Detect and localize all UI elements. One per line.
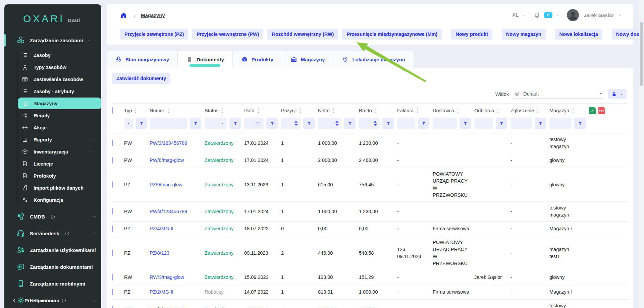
column-menu-icon[interactable] xyxy=(135,108,137,114)
sidebar-item-licencje[interactable]: Licencje xyxy=(4,158,101,170)
filter-funnel-button[interactable] xyxy=(460,118,471,129)
sidebar-section-zarzadzanie-dokumentami[interactable]: Zarządzanie dokumentami xyxy=(4,258,101,275)
sidebar-item-protokoly[interactable]: Protokoły xyxy=(4,170,101,182)
view-select[interactable]: Default xyxy=(514,89,603,99)
filter-input-odbiorca[interactable] xyxy=(474,118,493,129)
tab-dokumenty[interactable]: Dokumenty xyxy=(178,51,233,68)
sidebar-section-zarzadzanie-uzytkownikami[interactable]: Zarządzanie użytkownikami xyxy=(4,242,101,258)
column-menu-icon[interactable] xyxy=(497,108,499,114)
filter-input-data[interactable] xyxy=(244,118,264,129)
chevron-down-icon[interactable] xyxy=(618,13,621,17)
filter-input-status[interactable] xyxy=(205,118,227,129)
sidebar-item-zasoby-atrybuty[interactable]: Zasoby - atrybuty xyxy=(4,85,101,97)
sidebar-item-zestawienia-zasobow[interactable]: Zestawienia zasobów xyxy=(4,73,101,85)
filter-input-brutto[interactable] xyxy=(359,118,380,129)
chevron-down-icon[interactable] xyxy=(522,13,526,17)
filter-input-faktura[interactable] xyxy=(397,118,415,129)
filter-funnel-button[interactable] xyxy=(136,118,147,129)
row-checkbox[interactable] xyxy=(112,226,113,232)
filter-input-zgloszenie[interactable] xyxy=(511,118,532,129)
sidebar-item-import-plikow-danych[interactable]: Import plików danych xyxy=(4,182,101,194)
cell-numer[interactable]: PW/2/123456789 xyxy=(150,140,205,147)
filter-input-pozycji[interactable] xyxy=(281,118,301,129)
bell-icon[interactable] xyxy=(534,12,541,19)
lock-view-button[interactable] xyxy=(608,89,627,99)
cell-numer[interactable]: PZ/2/MG-II xyxy=(150,289,205,296)
cell-numer[interactable]: PZ/4/MG-II xyxy=(150,225,205,232)
filter-funnel-button[interactable] xyxy=(303,118,315,129)
row-checkbox[interactable] xyxy=(112,289,113,295)
user-name[interactable]: Jarek Gąsior xyxy=(584,12,614,18)
filter-input-dostawca[interactable] xyxy=(433,118,457,129)
action-button-nowa-lokalizacja[interactable]: Nowa lokalizacja xyxy=(555,29,602,40)
cell-numer[interactable]: PZ/8/123 xyxy=(150,250,205,257)
tab-magazyny[interactable]: Magazyny xyxy=(282,51,334,68)
sidebar-item-typy-zasobow[interactable]: Typy zasobów xyxy=(4,61,101,73)
number-stepper[interactable] xyxy=(373,120,377,126)
home-icon[interactable] xyxy=(120,12,127,19)
action-button-rozchod-wewnetrzny-rw[interactable]: Rozchód wewnętrzny (RW) xyxy=(267,29,338,40)
row-checkbox[interactable] xyxy=(112,181,113,188)
column-menu-icon[interactable] xyxy=(257,108,260,114)
filter-input-typ[interactable] xyxy=(124,118,133,129)
cell-numer[interactable]: RW/3/mag-glow xyxy=(150,274,205,281)
cell-numer[interactable]: PW/6/mag-glow xyxy=(150,157,205,164)
action-button-nowy-magazyn[interactable]: Nowy magazyn xyxy=(502,29,546,40)
sidebar-section-servicedesk[interactable]: Servicedesk xyxy=(4,225,101,242)
row-checkbox[interactable] xyxy=(112,274,113,281)
filter-funnel-button[interactable] xyxy=(266,118,278,129)
column-menu-icon[interactable] xyxy=(299,108,302,114)
sidebar-item-magazyny[interactable]: Magazyny xyxy=(18,98,101,109)
sidebar-item-raporty[interactable]: Raporty xyxy=(4,134,101,145)
filter-funnel-button[interactable] xyxy=(418,118,429,129)
filter-input-netto[interactable] xyxy=(318,118,341,129)
breadcrumb-current[interactable]: Magazyny xyxy=(141,12,165,18)
filter-funnel-button[interactable] xyxy=(496,118,507,129)
sidebar-section-zarzadzanie-mobilnymi[interactable]: Zarządzanie mobilnymi xyxy=(4,275,101,292)
column-menu-icon[interactable] xyxy=(332,108,335,114)
column-menu-icon[interactable] xyxy=(572,108,574,114)
sidebar-section-zarzadzanie-zasobami[interactable]: Zarządzanie zasobami xyxy=(4,32,101,49)
filter-input-numer[interactable] xyxy=(150,118,187,129)
cell-numer[interactable]: PZ/9/mag-glow xyxy=(150,181,205,188)
filter-input-magazyn[interactable] xyxy=(549,118,572,129)
export-excel-icon[interactable]: X xyxy=(589,107,596,114)
tab-lokalizacje-magazynu[interactable]: Lokalizacje magazynu xyxy=(333,51,414,68)
chevron-down-icon[interactable] xyxy=(556,13,559,17)
avatar[interactable] xyxy=(567,9,579,21)
filter-funnel-button[interactable] xyxy=(190,118,201,129)
action-button-nowy-produkt[interactable]: Nowy produkt xyxy=(451,29,492,40)
row-checkbox[interactable] xyxy=(112,208,113,214)
calendar-icon[interactable] xyxy=(256,121,261,126)
select-all-checkbox[interactable] xyxy=(112,107,113,114)
sidebar-item-konfiguracja[interactable]: Konfiguracja xyxy=(4,194,101,206)
action-button-przesuniecie-miedzymagazynowe-mm[interactable]: Przesunięcie międzymagazynowe (Mm) xyxy=(342,29,442,40)
language-selector[interactable]: PL xyxy=(513,12,519,18)
column-menu-icon[interactable] xyxy=(416,108,419,114)
export-pdf-icon[interactable]: PDF xyxy=(598,107,605,114)
row-checkbox[interactable] xyxy=(112,140,113,146)
row-checkbox[interactable] xyxy=(112,157,113,164)
filter-funnel-button[interactable] xyxy=(382,118,394,129)
filter-funnel-button[interactable] xyxy=(574,118,586,129)
column-menu-icon[interactable] xyxy=(375,108,377,114)
column-menu-icon[interactable] xyxy=(537,108,539,114)
number-stepper[interactable] xyxy=(294,120,298,126)
approve-documents-button[interactable]: Zatwierdź dokumenty xyxy=(112,73,170,84)
filter-funnel-button[interactable] xyxy=(229,118,241,129)
filter-funnel-button[interactable] xyxy=(535,118,546,129)
notification-badge[interactable]: 0 xyxy=(544,12,552,18)
row-checkbox[interactable] xyxy=(112,306,113,308)
column-menu-icon[interactable] xyxy=(457,108,459,114)
number-stepper[interactable] xyxy=(335,120,339,126)
cell-numer[interactable]: PW/4/123456789 xyxy=(150,208,205,215)
action-button-przyjecie-wewnetrzne-pw[interactable]: Przyjęcie wewnętrzne (PW) xyxy=(192,29,263,40)
filter-funnel-button[interactable] xyxy=(344,118,356,129)
sidebar-item-inwentaryzacja[interactable]: Inwentaryzacja xyxy=(4,146,101,158)
sidebar-toggle[interactable]: Przełącz menu xyxy=(4,294,101,308)
cell-numer[interactable]: PW/5/123456789 xyxy=(150,306,205,308)
row-checkbox[interactable] xyxy=(112,250,113,256)
tab-stan-magazynowy[interactable]: Stan magazynowy xyxy=(107,51,178,68)
scrollbar-thumb[interactable] xyxy=(640,22,643,86)
action-button-przyjecie-zewnetrzne-pz[interactable]: Przyjęcie zewnętrzne (PZ) xyxy=(120,29,188,40)
